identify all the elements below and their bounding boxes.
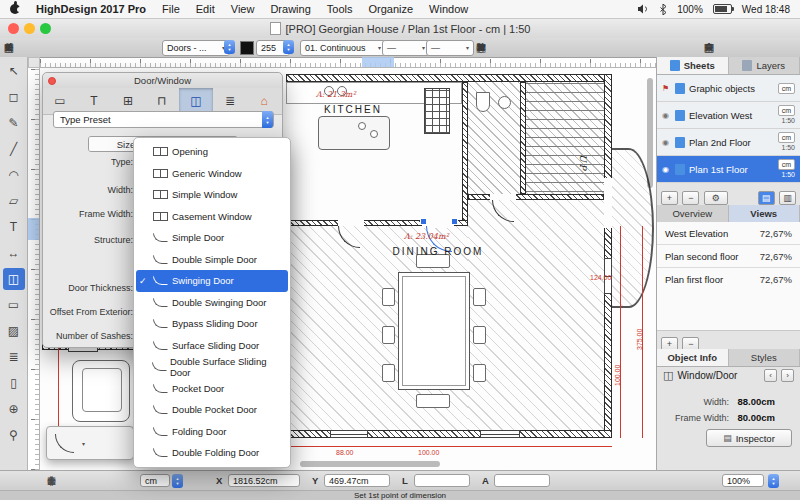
door-window-tool-icon[interactable]: ◫ bbox=[3, 268, 25, 290]
select-tool-icon[interactable]: ↖ bbox=[3, 60, 25, 82]
y-coordinate-field[interactable]: 469.47cm bbox=[324, 474, 390, 487]
tab-overview[interactable]: Overview bbox=[657, 205, 729, 222]
sheet-row[interactable]: ◉ Plan 1st Floor cm 1:50 bbox=[657, 156, 800, 183]
door-type-menu-item[interactable]: Casement Window bbox=[136, 206, 288, 228]
zoom-stepper[interactable]: ▲▼ bbox=[768, 474, 779, 488]
inspector-button[interactable]: ▤ Inspector bbox=[706, 429, 792, 447]
door-type-menu-item[interactable]: Generic Window bbox=[136, 163, 288, 185]
door-type-menu-item[interactable]: Simple Door bbox=[136, 227, 288, 249]
doors-style-dropdown[interactable]: Doors - ...▾ bbox=[162, 40, 230, 56]
sheet-visibility-icon[interactable]: ◉ bbox=[662, 111, 671, 120]
door-type-menu-item[interactable]: Simple Window bbox=[136, 184, 288, 206]
sheet-row[interactable]: ◉ Elevation West cm 1:50 bbox=[657, 102, 800, 129]
door-type-menu-item[interactable]: Swinging Door bbox=[136, 270, 288, 292]
menu-file[interactable]: File bbox=[162, 3, 180, 15]
vertical-scrollbar[interactable] bbox=[647, 78, 653, 188]
length-field[interactable] bbox=[414, 474, 470, 487]
door-type-menu-item[interactable]: Double Swinging Door bbox=[136, 292, 288, 314]
doors-stepper[interactable]: ▲▼ bbox=[224, 40, 235, 54]
selected-door-arc[interactable] bbox=[426, 226, 452, 252]
color-swatch[interactable] bbox=[240, 41, 254, 55]
tab-object-info[interactable]: Object Info bbox=[657, 349, 729, 366]
apple-menu-icon[interactable] bbox=[10, 4, 20, 14]
door-type-menu-item[interactable]: Double Simple Door bbox=[136, 249, 288, 271]
menubar-clock[interactable]: Wed 18:48 bbox=[742, 4, 790, 15]
zoom-level-field[interactable]: 100% bbox=[722, 474, 764, 487]
column-tool-icon[interactable]: ▯ bbox=[3, 372, 25, 394]
preset-stepper-icon[interactable]: ▲▼ bbox=[262, 111, 273, 128]
x-coordinate-field[interactable]: 1816.52cm bbox=[228, 474, 300, 487]
group-icon[interactable]: ▣ bbox=[472, 40, 490, 55]
polygon-tool-icon[interactable]: ▱ bbox=[3, 190, 25, 212]
panel-close-button[interactable] bbox=[48, 77, 56, 85]
zoom-window-button[interactable] bbox=[40, 23, 51, 34]
unit-chip[interactable]: cm bbox=[778, 105, 795, 116]
remove-sheet-button[interactable]: − bbox=[682, 191, 699, 205]
sheet-visibility-icon[interactable]: ⚑ bbox=[662, 84, 671, 93]
line-weight-dropdown-2[interactable]: —▾ bbox=[426, 40, 474, 56]
sheet-visibility-icon[interactable]: ◉ bbox=[662, 165, 671, 174]
wall-tool-icon[interactable]: ▭ bbox=[3, 294, 25, 316]
marquee-tool-icon[interactable]: ◻ bbox=[3, 86, 25, 108]
menu-window[interactable]: Window bbox=[429, 3, 468, 15]
thumb-view-button[interactable]: ▥ bbox=[779, 191, 796, 205]
dimension-tool-icon[interactable]: ↔ bbox=[3, 242, 25, 264]
panel-titlebar[interactable]: Door/Window bbox=[43, 73, 282, 89]
zoom-tool-icon[interactable]: ⚲ bbox=[3, 424, 25, 446]
view-row[interactable]: Plan second floor 72,67% bbox=[657, 245, 800, 268]
line-tool-icon[interactable]: ╱ bbox=[3, 138, 25, 160]
menu-drawing[interactable]: Drawing bbox=[270, 3, 310, 15]
door-type-menu-item[interactable]: Pocket Door bbox=[136, 378, 288, 400]
unit-dropdown[interactable]: cm bbox=[140, 474, 170, 487]
triangle-icon[interactable]: △ bbox=[44, 474, 59, 488]
type-preset-dropdown[interactable]: Type Preset ▲▼ bbox=[53, 111, 274, 128]
volume-icon[interactable] bbox=[637, 4, 649, 14]
sheet-row[interactable]: ◉ Plan 2nd Floor cm 1:50 bbox=[657, 129, 800, 156]
tab-styles[interactable]: Styles bbox=[729, 349, 800, 366]
tab-views[interactable]: Views bbox=[729, 205, 800, 222]
line-weight-dropdown-1[interactable]: —▾ bbox=[382, 40, 430, 56]
menu-tools[interactable]: Tools bbox=[327, 3, 353, 15]
prev-object-button[interactable]: ‹ bbox=[764, 369, 777, 382]
settings-icon[interactable]: ⚙ bbox=[700, 40, 718, 55]
sheet-settings-button[interactable]: ⚙ bbox=[704, 191, 728, 205]
selection-handle[interactable] bbox=[451, 218, 458, 225]
app-menu[interactable]: HighDesign 2017 Pro bbox=[36, 3, 146, 15]
next-object-button[interactable]: › bbox=[781, 369, 794, 382]
unit-stepper[interactable]: ▲▼ bbox=[172, 474, 183, 488]
bluetooth-icon[interactable] bbox=[659, 4, 667, 15]
door-type-menu-item[interactable]: Surface Sliding Door bbox=[136, 335, 288, 357]
view-row[interactable]: West Elevation 72,67% bbox=[657, 222, 800, 245]
tab-layers[interactable]: Layers bbox=[729, 57, 800, 74]
text-tool-icon[interactable]: T bbox=[3, 216, 25, 238]
dropdown-arrow-icon[interactable]: ▾ bbox=[82, 440, 85, 447]
door-type-menu-item[interactable]: Double Surface Sliding Door bbox=[136, 356, 288, 378]
door-type-menu-item[interactable]: Opening bbox=[136, 141, 288, 163]
door-type-menu-item[interactable]: Folding Door bbox=[136, 421, 288, 443]
hatch-tool-icon[interactable]: ▨ bbox=[3, 320, 25, 342]
selection-handle[interactable] bbox=[420, 218, 427, 225]
menu-view[interactable]: View bbox=[231, 3, 255, 15]
unit-chip[interactable]: cm bbox=[778, 83, 795, 94]
door-type-menu-item[interactable]: Bypass Sliding Door bbox=[136, 313, 288, 335]
door-type-menu-item[interactable]: Double Pocket Door bbox=[136, 399, 288, 421]
fill-style-icon[interactable]: ✐ bbox=[0, 40, 18, 55]
menu-edit[interactable]: Edit bbox=[196, 3, 215, 15]
list-view-button[interactable]: ▤ bbox=[758, 191, 775, 205]
sheet-visibility-icon[interactable]: ◉ bbox=[662, 138, 671, 147]
horizontal-scrollbar[interactable] bbox=[300, 461, 440, 467]
menu-organize[interactable]: Organize bbox=[368, 3, 413, 15]
unit-chip[interactable]: cm bbox=[778, 159, 795, 170]
door-type-menu-item[interactable]: Double Folding Door bbox=[136, 442, 288, 464]
stairs-tool-icon[interactable]: ≣ bbox=[3, 346, 25, 368]
angle-field[interactable] bbox=[494, 474, 550, 487]
unit-chip[interactable]: cm bbox=[778, 132, 795, 143]
line-style-dropdown[interactable]: 01. Continuous▾ bbox=[300, 40, 386, 56]
sheet-row[interactable]: ⚑ Graphic objects cm bbox=[657, 75, 800, 102]
minimize-window-button[interactable] bbox=[24, 23, 35, 34]
pan-tool-icon[interactable]: ⊕ bbox=[3, 398, 25, 420]
add-sheet-button[interactable]: + bbox=[661, 191, 678, 205]
color-stepper[interactable]: ▲▼ bbox=[283, 40, 294, 54]
door-preview-popup[interactable]: ▾ bbox=[46, 426, 134, 460]
pen-tool-icon[interactable]: ✎ bbox=[3, 112, 25, 134]
